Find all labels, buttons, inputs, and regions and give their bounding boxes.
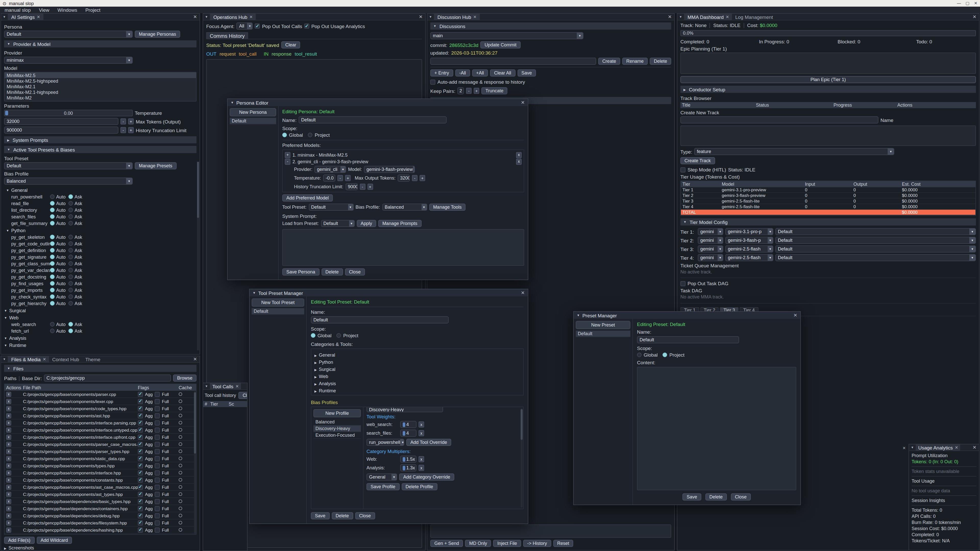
remove-file-button[interactable]: x bbox=[6, 413, 11, 418]
tab-mma-dashboard[interactable]: MMA Dashboard ✕ bbox=[684, 14, 732, 20]
ask-radio[interactable]: Ask bbox=[68, 328, 87, 333]
detached-panel-close-icon[interactable]: ✕ bbox=[902, 446, 906, 451]
auto-radio[interactable]: Auto bbox=[50, 294, 68, 299]
panel-close-icon[interactable]: ✕ bbox=[970, 445, 979, 451]
tab-operations-hub[interactable]: Operations Hub ✕ bbox=[210, 14, 256, 20]
agg-checkbox[interactable]: ✓ bbox=[138, 434, 143, 440]
auto-radio[interactable]: Auto bbox=[50, 281, 68, 286]
auto-radio[interactable]: Auto bbox=[50, 221, 68, 226]
category-item[interactable]: ▶ General bbox=[314, 352, 520, 358]
delete-preset-button[interactable]: Delete bbox=[705, 493, 727, 500]
preset-name-input[interactable]: Default bbox=[637, 336, 739, 343]
full-checkbox[interactable]: ✓ bbox=[155, 527, 160, 532]
clear-button[interactable]: Clear bbox=[281, 41, 301, 48]
tab-ai-settings[interactable]: AI Settings ✕ bbox=[8, 14, 43, 20]
pe-provider-select[interactable]: gemini_cli ▼ bbox=[314, 166, 346, 173]
full-checkbox[interactable]: ✓ bbox=[155, 420, 160, 425]
panel-menu-icon[interactable]: ▼ bbox=[677, 14, 684, 20]
bias-profile-item[interactable]: Balanced bbox=[313, 419, 361, 426]
auto-radio[interactable]: Auto bbox=[50, 261, 68, 266]
agg-checkbox[interactable]: ✓ bbox=[138, 463, 143, 468]
category-item[interactable]: ▶ Analysis bbox=[314, 381, 520, 387]
tab-context-hub[interactable]: Context Hub bbox=[49, 356, 83, 362]
pe-model-select[interactable]: gemini-3-flash-preview ▼ bbox=[364, 166, 415, 173]
pe-temperature-input[interactable]: -0.0 bbox=[323, 175, 335, 182]
popout-dag-checkbox[interactable]: ✓ bbox=[680, 281, 686, 286]
ask-radio[interactable]: Ask bbox=[68, 301, 87, 306]
basedir-input[interactable]: C:/projects/gencpp bbox=[44, 375, 171, 382]
delete-button[interactable]: Delete bbox=[650, 58, 671, 65]
web-multiplier[interactable]: 1.5x bbox=[400, 456, 417, 463]
ask-radio[interactable]: Ask bbox=[68, 221, 87, 226]
model-list-item[interactable]: MiniMax-M2.1-highspeed bbox=[5, 89, 196, 95]
full-checkbox[interactable]: ✓ bbox=[155, 413, 160, 418]
delete-profile-button[interactable]: Delete Profile bbox=[401, 483, 437, 490]
agg-checkbox[interactable]: ✓ bbox=[138, 399, 143, 404]
ask-radio[interactable]: Ask bbox=[68, 261, 87, 266]
tab-close-icon[interactable]: ✕ bbox=[249, 14, 253, 19]
ask-radio[interactable]: Ask bbox=[68, 234, 87, 240]
remove-model-button[interactable]: x bbox=[516, 159, 522, 165]
full-checkbox[interactable]: ✓ bbox=[155, 520, 160, 525]
full-checkbox[interactable]: ✓ bbox=[155, 399, 160, 404]
save-tool-preset-button[interactable]: Save bbox=[311, 512, 329, 519]
panel-menu-icon[interactable]: ▼ bbox=[203, 14, 210, 20]
full-checkbox[interactable]: ✓ bbox=[155, 441, 160, 447]
tier-model-select[interactable]: gemini-3-flash-p ▼ bbox=[725, 237, 773, 244]
close-dialog-button[interactable]: Close bbox=[355, 512, 375, 519]
manage-presets-button[interactable]: Manage Presets bbox=[135, 162, 177, 169]
auto-radio[interactable]: Auto bbox=[50, 268, 68, 273]
md-only-button[interactable]: MD Only bbox=[465, 540, 491, 547]
category-item[interactable]: ▶ Python bbox=[314, 359, 520, 365]
save-persona-button[interactable]: Save Persona bbox=[282, 268, 319, 275]
auto-radio[interactable]: Auto bbox=[50, 201, 68, 206]
dialog-close-icon[interactable]: ✕ bbox=[521, 100, 525, 105]
pe-max-tokens-input[interactable]: 32000 bbox=[398, 175, 410, 182]
auto-radio[interactable]: Auto bbox=[50, 287, 68, 292]
tool-override-select[interactable]: run_powershell ▼ bbox=[366, 439, 404, 446]
plan-epic-button[interactable]: Plan Epic (Tier 1) bbox=[680, 76, 976, 83]
search-files-weight[interactable]: 4 bbox=[400, 430, 417, 437]
popout-usage-checkbox[interactable]: ✓ bbox=[304, 24, 309, 29]
full-checkbox[interactable]: ✓ bbox=[155, 427, 160, 432]
scrollbar[interactable] bbox=[194, 391, 196, 534]
tier-provider-select[interactable]: gemini ▼ bbox=[698, 237, 723, 244]
panel-menu-icon[interactable]: ▼ bbox=[427, 14, 434, 20]
ask-radio[interactable]: Ask bbox=[68, 322, 87, 327]
pe-bias-select[interactable]: Balanced ▼ bbox=[382, 203, 427, 211]
increment-button[interactable]: + bbox=[367, 184, 373, 190]
auto-radio[interactable]: Auto bbox=[50, 241, 68, 246]
auto-radio[interactable]: Auto bbox=[50, 328, 68, 333]
new-persona-button[interactable]: New Persona bbox=[230, 108, 276, 116]
system-prompts-header[interactable]: ▶ System Prompts bbox=[4, 136, 197, 143]
tool-preset-select[interactable]: Default ▼ bbox=[4, 162, 133, 169]
bias-profile-item[interactable]: Discovery-Heavy bbox=[313, 426, 361, 432]
remove-file-button[interactable]: x bbox=[6, 485, 11, 490]
project-radio[interactable] bbox=[663, 353, 667, 357]
agg-checkbox[interactable]: ✓ bbox=[138, 484, 143, 489]
remove-file-button[interactable]: x bbox=[6, 406, 11, 411]
menu-windows[interactable]: Windows bbox=[57, 7, 77, 13]
full-checkbox[interactable]: ✓ bbox=[155, 449, 160, 454]
load-preset-select[interactable]: Default ▼ bbox=[321, 220, 355, 227]
popout-tool-calls-checkbox[interactable]: ✓ bbox=[255, 24, 260, 29]
new-profile-button[interactable]: New Profile bbox=[313, 409, 361, 417]
ask-radio[interactable]: Ask bbox=[68, 274, 87, 279]
menu-view[interactable]: View bbox=[39, 7, 49, 13]
save-preset-button[interactable]: Save bbox=[682, 493, 701, 500]
system-prompt-textarea[interactable] bbox=[282, 229, 524, 266]
preset-content-textarea[interactable] bbox=[637, 367, 796, 490]
add-tool-override-button[interactable]: Add Tool Override bbox=[406, 439, 451, 446]
agg-checkbox[interactable]: ✓ bbox=[138, 427, 143, 432]
tier-provider-select[interactable]: gemini ▼ bbox=[698, 228, 723, 235]
auto-radio[interactable]: Auto bbox=[50, 234, 68, 240]
tier-preset-select[interactable]: Default ▼ bbox=[775, 228, 976, 235]
tab-files-media[interactable]: Files & Media ✕ bbox=[8, 356, 49, 362]
provider-model-header[interactable]: ▼ Provider & Model bbox=[4, 40, 197, 48]
remove-file-button[interactable]: x bbox=[6, 506, 11, 511]
tab-tool-calls[interactable]: Tool Calls ✕ bbox=[210, 383, 241, 389]
pe-history-input[interactable]: 900000 bbox=[345, 183, 358, 190]
persona-list-item[interactable]: Default bbox=[230, 118, 276, 124]
full-checkbox[interactable]: ✓ bbox=[155, 406, 160, 411]
increment-button[interactable]: + bbox=[420, 175, 425, 181]
